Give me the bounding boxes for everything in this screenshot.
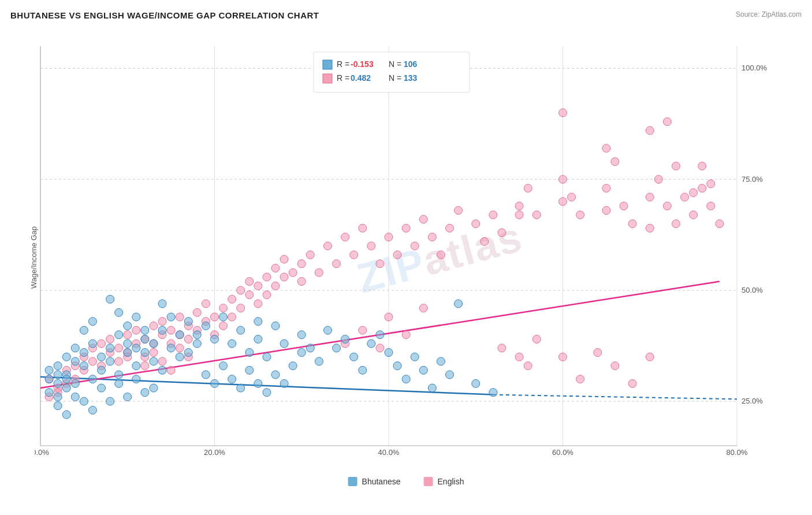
svg-point-172 <box>88 339 96 348</box>
legend-container: Bhutanese English <box>348 477 464 486</box>
svg-point-171 <box>80 362 88 370</box>
svg-point-117 <box>672 220 680 228</box>
svg-point-207 <box>289 362 297 370</box>
svg-point-156 <box>176 344 184 352</box>
svg-point-108 <box>568 193 576 201</box>
svg-point-83 <box>315 268 323 277</box>
svg-point-109 <box>576 211 584 219</box>
svg-point-121 <box>707 202 715 210</box>
svg-point-177 <box>106 357 114 365</box>
svg-point-74 <box>263 291 271 299</box>
svg-point-152 <box>141 362 149 370</box>
svg-point-192 <box>184 318 192 326</box>
svg-point-241 <box>54 402 62 410</box>
svg-text:40.0%: 40.0% <box>378 448 400 457</box>
svg-point-204 <box>263 353 271 361</box>
svg-point-238 <box>124 322 132 330</box>
svg-point-84 <box>323 242 331 250</box>
svg-point-210 <box>306 344 314 352</box>
svg-point-213 <box>333 344 341 352</box>
svg-point-148 <box>385 313 393 321</box>
svg-point-186 <box>150 339 158 348</box>
svg-point-223 <box>419 366 427 374</box>
svg-point-71 <box>254 282 262 290</box>
svg-point-53 <box>176 313 184 321</box>
svg-point-201 <box>245 349 254 357</box>
svg-point-252 <box>150 384 158 392</box>
svg-point-185 <box>141 349 149 357</box>
svg-text:-0.153: -0.153 <box>351 59 374 69</box>
legend-box-english <box>424 477 433 486</box>
svg-point-248 <box>115 379 123 387</box>
svg-point-94 <box>411 242 419 250</box>
svg-point-146 <box>359 326 367 334</box>
svg-point-134 <box>532 335 541 343</box>
svg-point-75 <box>271 264 280 272</box>
svg-point-215 <box>350 353 358 361</box>
svg-point-99 <box>455 206 463 214</box>
svg-point-88 <box>359 224 367 232</box>
scatter-plot: 25.0%50.0%75.0%100.0%0.0%20.0%40.0%60.0%… <box>35 35 783 457</box>
svg-point-162 <box>54 362 62 370</box>
legend-item-bhutanese: Bhutanese <box>348 477 401 486</box>
svg-point-35 <box>98 339 106 348</box>
svg-point-188 <box>158 326 166 334</box>
svg-point-256 <box>219 362 228 370</box>
svg-point-67 <box>237 286 245 294</box>
svg-point-205 <box>271 322 280 330</box>
svg-point-140 <box>646 353 654 361</box>
svg-point-184 <box>141 335 149 343</box>
svg-text:R =: R = <box>337 73 349 83</box>
svg-point-170 <box>80 349 88 357</box>
svg-point-209 <box>297 349 306 357</box>
svg-point-63 <box>219 304 228 312</box>
chart-area: 25.0%50.0%75.0%100.0%0.0%20.0%40.0%60.0%… <box>35 35 783 457</box>
svg-point-116 <box>663 202 671 210</box>
svg-point-175 <box>98 366 106 374</box>
svg-point-200 <box>237 326 245 334</box>
svg-point-240 <box>141 326 149 334</box>
svg-text:100.0%: 100.0% <box>742 64 768 72</box>
svg-point-222 <box>411 353 419 361</box>
svg-point-169 <box>71 379 79 387</box>
svg-text:N =: N = <box>389 73 401 83</box>
svg-point-160 <box>54 371 62 379</box>
svg-point-104 <box>515 202 523 210</box>
svg-point-85 <box>333 260 341 268</box>
svg-point-69 <box>245 291 254 299</box>
svg-point-159 <box>45 389 53 397</box>
svg-point-56 <box>184 335 192 343</box>
svg-text:80.0%: 80.0% <box>727 448 748 457</box>
svg-point-181 <box>124 349 132 357</box>
svg-point-178 <box>115 331 123 339</box>
svg-point-261 <box>263 389 271 397</box>
svg-point-202 <box>254 318 262 326</box>
svg-point-263 <box>280 379 288 387</box>
svg-point-81 <box>297 278 306 286</box>
svg-point-191 <box>176 353 184 361</box>
svg-point-120 <box>698 184 706 192</box>
svg-point-103 <box>498 229 506 237</box>
svg-point-226 <box>446 371 454 379</box>
svg-point-194 <box>193 331 201 339</box>
svg-point-149 <box>402 331 410 339</box>
svg-point-60 <box>202 300 210 308</box>
svg-point-79 <box>289 268 297 277</box>
svg-point-87 <box>350 251 358 259</box>
svg-point-34 <box>88 357 96 365</box>
svg-point-50 <box>158 318 166 326</box>
svg-point-199 <box>228 339 236 348</box>
svg-point-135 <box>559 353 567 361</box>
svg-point-225 <box>437 357 445 365</box>
svg-point-228 <box>472 379 480 387</box>
svg-point-138 <box>611 362 619 370</box>
svg-point-166 <box>62 353 70 361</box>
svg-point-65 <box>228 295 236 303</box>
svg-point-77 <box>280 273 288 281</box>
svg-point-86 <box>341 233 349 241</box>
svg-point-105 <box>524 184 532 192</box>
svg-point-123 <box>559 109 567 117</box>
svg-point-82 <box>306 251 314 259</box>
svg-point-110 <box>602 184 610 192</box>
svg-point-44 <box>132 326 140 334</box>
